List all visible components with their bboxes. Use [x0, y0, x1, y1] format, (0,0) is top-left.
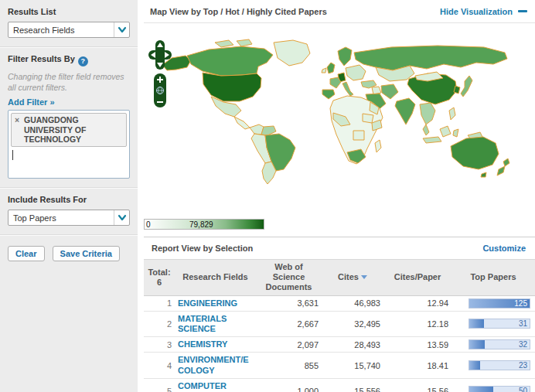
results-list-value: Research Fields	[9, 26, 114, 35]
research-field-link[interactable]: MATERIALS SCIENCE	[178, 314, 227, 333]
report-table-body: 1ENGINEERING3,63146,98312.941252MATERIAL…	[144, 295, 535, 392]
chevron-down-icon	[114, 22, 129, 37]
legend-min-value: 0	[146, 220, 151, 229]
row-documents: 2,097	[256, 337, 322, 353]
filter-by-section: Filter Results By? Changing the filter f…	[0, 46, 138, 187]
map-region-france[interactable]	[330, 77, 341, 88]
table-row: 4ENVIRONMENT/E COLOGY85515,74018.4123	[144, 353, 535, 378]
map-region-arctic-islands[interactable]	[215, 40, 233, 47]
top-papers-bar-fill	[469, 340, 485, 349]
top-papers-bar-fill	[469, 319, 484, 328]
row-rank: 1	[144, 295, 175, 311]
map-region-indonesia[interactable]	[423, 137, 441, 143]
map-region-congo[interactable]	[353, 131, 364, 140]
map-region-arctic-islands[interactable]	[237, 39, 252, 46]
map-region-spain[interactable]	[322, 90, 335, 99]
row-rank: 4	[144, 353, 175, 378]
hide-visualization-link[interactable]: Hide Visualization	[440, 7, 527, 16]
customize-link[interactable]: Customize	[482, 244, 526, 253]
map-region-japan[interactable]	[461, 76, 472, 97]
world-map: 0 79,829	[144, 23, 535, 237]
sort-descending-icon	[361, 275, 367, 279]
include-results-dropdown[interactable]: Top Papers	[8, 210, 130, 226]
map-region-ireland[interactable]	[322, 68, 326, 73]
map-region-iraq[interactable]	[372, 87, 381, 94]
row-cites: 32,495	[322, 311, 383, 336]
map-region-malaysia[interactable]	[423, 124, 429, 135]
research-field-link[interactable]: ENVIRONMENT/E COLOGY	[178, 355, 249, 374]
total-count: 6	[157, 278, 162, 287]
filter-values-box[interactable]: × GUANGDONG UNIVERSITY OF TECHNOLOGY	[8, 110, 130, 179]
row-cites: 28,493	[322, 337, 383, 353]
remove-filter-icon[interactable]: ×	[15, 115, 19, 125]
map-zoom-control[interactable]	[154, 73, 166, 107]
map-region-central-america[interactable]	[234, 117, 250, 129]
map-region-eastern-europe[interactable]	[346, 65, 366, 80]
top-papers-bar-fill	[469, 387, 493, 392]
include-results-section: Include Results For Top Papers	[0, 187, 138, 234]
help-icon[interactable]: ?	[78, 56, 88, 66]
map-region-sudan[interactable]	[363, 114, 373, 123]
add-filter-link[interactable]: Add Filter »	[8, 97, 55, 107]
map-region-australia[interactable]	[451, 137, 499, 169]
save-criteria-button[interactable]: Save Criteria	[53, 246, 120, 261]
map-region-new-zealand[interactable]	[497, 166, 505, 176]
map-region-korea[interactable]	[454, 86, 460, 94]
table-row: 5COMPUTER SCIENCE1,00015,55615.5650	[144, 378, 535, 392]
research-field-link[interactable]: CHEMISTRY	[178, 339, 227, 349]
row-cites-per-paper: 18.41	[383, 353, 452, 378]
column-header-top-papers[interactable]: Top Papers	[452, 260, 535, 296]
map-region-new-zealand[interactable]	[503, 159, 509, 166]
filter-input[interactable]	[11, 165, 127, 176]
results-list-dropdown[interactable]: Research Fields	[8, 22, 130, 38]
research-field-link[interactable]: ENGINEERING	[178, 298, 237, 308]
filter-tag: × GUANGDONG UNIVERSITY OF TECHNOLOGY	[11, 113, 127, 147]
table-row: 1ENGINEERING3,63146,98312.94125	[144, 295, 535, 311]
row-rank: 3	[144, 337, 175, 353]
table-row: 2MATERIALS SCIENCE2,66732,49512.1831	[144, 311, 535, 336]
clear-button[interactable]: Clear	[8, 246, 45, 261]
column-header-documents[interactable]: Web of Science Documents	[256, 260, 322, 296]
map-region-southeast-asia[interactable]	[420, 103, 435, 124]
column-header-research-fields[interactable]: Research Fields	[175, 260, 256, 296]
map-region-canada[interactable]	[187, 46, 273, 76]
map-region-united-kingdom[interactable]	[327, 63, 335, 73]
row-cites: 46,983	[322, 295, 383, 311]
map-region-scandinavia[interactable]	[338, 47, 352, 66]
top-papers-bar: 23	[469, 360, 530, 370]
column-header-cites[interactable]: Cites	[322, 260, 383, 296]
row-documents: 855	[256, 353, 322, 378]
column-header-cites-per-paper[interactable]: Cites/Paper	[383, 260, 452, 296]
chevron-down-icon	[114, 210, 129, 225]
filter-sidebar: Results List Research Fields Filter Resu…	[0, 0, 138, 392]
top-papers-bar: 31	[469, 319, 530, 329]
map-region-madagascar[interactable]	[375, 140, 381, 152]
choropleth-map	[144, 31, 535, 224]
legend-max-value: 79,829	[189, 220, 213, 229]
map-region-india[interactable]	[395, 98, 415, 124]
map-region-borneo[interactable]	[440, 126, 451, 137]
row-cites: 15,556	[322, 378, 383, 392]
map-region-russia[interactable]	[354, 46, 507, 70]
map-region-philippines[interactable]	[449, 107, 455, 120]
map-region-sulawesi[interactable]	[453, 129, 458, 137]
map-region-venezuela[interactable]	[261, 126, 276, 135]
map-region-italy[interactable]	[342, 82, 353, 96]
row-cites-per-paper: 12.18	[383, 311, 452, 336]
row-cites-per-paper: 13.59	[383, 337, 452, 353]
total-count-header: Total: 6	[144, 260, 175, 296]
include-results-label: Include Results For	[8, 195, 130, 204]
map-pan-control[interactable]	[148, 40, 172, 70]
report-table: Total: 6 Research Fields Web of Science …	[144, 259, 535, 392]
top-papers-bar: 50	[469, 386, 530, 392]
map-color-legend: 0 79,829	[144, 219, 264, 230]
row-cites-per-paper: 12.94	[383, 295, 452, 311]
research-field-link[interactable]: COMPUTER SCIENCE	[178, 381, 227, 392]
report-header: Report View by Selection Customize	[144, 237, 535, 259]
top-papers-bar: 125	[469, 298, 530, 308]
include-results-value: Top Papers	[9, 213, 114, 223]
results-list-label: Results List	[8, 7, 130, 16]
map-region-iran[interactable]	[381, 84, 398, 99]
map-region-greenland[interactable]	[274, 40, 310, 66]
map-region-tasmania[interactable]	[481, 172, 486, 177]
